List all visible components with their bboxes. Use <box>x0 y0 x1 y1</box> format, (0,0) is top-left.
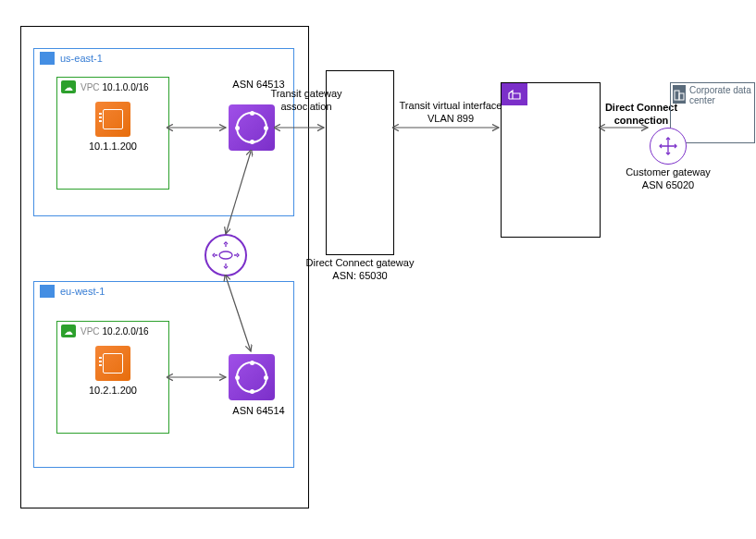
instance-ip: 10.1.1.200 <box>57 141 168 152</box>
svg-rect-1 <box>675 91 679 100</box>
region-header-us-east-1: us-east-1 <box>34 49 293 67</box>
instance-ip: 10.2.1.200 <box>57 385 168 396</box>
dcgw-label: Direct Connect gateway ASN: 65030 <box>305 257 415 283</box>
dcgw-name: Direct Connect gateway <box>306 257 415 268</box>
vpc-us-east-1: ☁ VPC 10.1.0.0/16 10.1.1.200 <box>56 77 169 190</box>
corp-header: Corporate data center <box>671 83 754 107</box>
dx-location-icon <box>502 83 527 105</box>
asn-label-eu: ASN 64514 <box>229 405 289 418</box>
vpc-header: ☁ VPC 10.1.0.0/16 <box>57 78 168 96</box>
region-flag-icon <box>40 285 55 298</box>
vpc-cloud-icon: ☁ <box>61 80 76 93</box>
customer-gateway-icon <box>650 128 687 165</box>
region-name: eu-west-1 <box>60 286 105 297</box>
gateway-circle-icon <box>204 234 247 276</box>
building-icon <box>673 85 686 104</box>
tvi-name: Transit virtual interface <box>400 100 502 111</box>
vpc-label: VPC <box>81 326 100 337</box>
vpc-label: VPC <box>81 82 100 92</box>
corp-label: Corporate data center <box>689 85 752 105</box>
tvi-vlan: VLAN 899 <box>428 113 474 124</box>
transit-gateway-icon-eu <box>229 354 275 400</box>
cgw-asn: ASN 65020 <box>642 179 694 190</box>
tgw-association-label: Transit gateway association <box>268 88 344 114</box>
ec2-instance-icon <box>95 102 130 137</box>
cgw-label: Customer gateway ASN 65020 <box>622 166 714 192</box>
region-header-eu-west-1: eu-west-1 <box>34 282 293 300</box>
svg-point-0 <box>219 251 232 259</box>
tvi-label: Transit virtual interface VLAN 899 <box>396 100 505 126</box>
region-name: us-east-1 <box>60 53 103 64</box>
cgw-name: Customer gateway <box>626 166 711 178</box>
vpc-eu-west-1: ☁ VPC 10.2.0.0/16 10.2.1.200 <box>56 321 169 434</box>
vpc-header: ☁ VPC 10.2.0.0/16 <box>57 322 168 340</box>
ec2-instance-icon <box>95 346 130 381</box>
direct-connect-location-box <box>501 82 601 238</box>
svg-rect-2 <box>679 93 684 100</box>
region-us-east-1: us-east-1 ☁ VPC 10.1.0.0/16 10.1.1.200 A… <box>33 48 294 216</box>
region-eu-west-1: eu-west-1 ☁ VPC 10.2.0.0/16 10.2.1.200 A… <box>33 281 294 468</box>
vpc-cidr: 10.2.0.0/16 <box>103 326 149 337</box>
dcgw-asn: ASN: 65030 <box>332 270 387 281</box>
vpc-cloud-icon: ☁ <box>61 325 76 337</box>
region-flag-icon <box>40 52 55 65</box>
vpc-cidr: 10.1.0.0/16 <box>103 82 149 92</box>
